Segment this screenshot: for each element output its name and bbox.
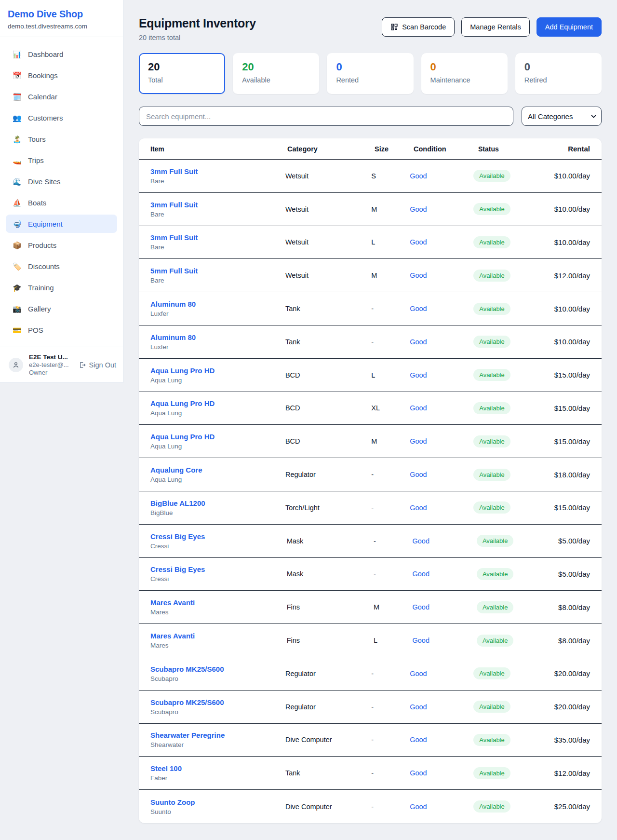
sidebar-item-bookings[interactable]: 📅 Bookings [6, 66, 117, 84]
item-size: - [371, 305, 410, 312]
item-size: M [371, 437, 410, 445]
item-name-link[interactable]: Scubapro MK25/S600 [150, 698, 285, 706]
sidebar-item-training[interactable]: 🎓 Training [6, 278, 117, 297]
item-name-link[interactable]: Aluminum 80 [150, 333, 285, 341]
table-row: Aluminum 80 Luxfer Tank - Good Available… [139, 325, 602, 359]
sidebar-item-gallery[interactable]: 📸 Gallery [6, 299, 117, 318]
search-input[interactable] [139, 107, 513, 126]
sign-out-button[interactable]: Sign Out [79, 361, 116, 369]
item-brand: Mares [150, 609, 287, 616]
item-name-link[interactable]: Suunto Zoop [150, 798, 285, 806]
sidebar-item-customers[interactable]: 👥 Customers [6, 108, 117, 127]
condition-link[interactable]: Good [410, 404, 427, 412]
stat-label: Available [242, 76, 310, 84]
category-select[interactable]: All Categories [522, 107, 602, 126]
condition-link[interactable]: Good [410, 437, 427, 445]
item-name-link[interactable]: Cressi Big Eyes [150, 565, 287, 573]
sidebar-item-boats[interactable]: ⛵ Boats [6, 193, 117, 212]
stat-card-retired[interactable]: 0 Retired [515, 53, 602, 94]
condition-link[interactable]: Good [413, 603, 429, 611]
item-name-link[interactable]: Shearwater Peregrine [150, 731, 285, 739]
user-box: E2E Test U... e2e-tester@... Owner Sign … [0, 347, 123, 382]
condition-link[interactable]: Good [410, 338, 427, 346]
stat-card-rented[interactable]: 0 Rented [327, 53, 413, 94]
condition-link[interactable]: Good [410, 238, 427, 246]
item-rental: $10.00/day [554, 172, 590, 180]
condition-link[interactable]: Good [413, 637, 429, 644]
sidebar-item-dashboard[interactable]: 📊 Dashboard [6, 45, 117, 63]
item-rental: $12.00/day [554, 271, 590, 280]
add-equipment-label: Add Equipment [545, 23, 593, 31]
condition-link[interactable]: Good [410, 736, 427, 744]
brand-domain: demo.test.divestreams.com [8, 23, 115, 30]
item-rental: $5.00/day [558, 570, 590, 578]
col-condition: Condition [414, 145, 478, 153]
item-brand: Bare [150, 211, 285, 218]
item-brand: Scubapro [150, 675, 285, 682]
table-row: Mares Avanti Mares Fins L Good Available… [139, 624, 602, 657]
sidebar-item-tours[interactable]: 🏝️ Tours [6, 130, 117, 148]
item-size: - [371, 504, 410, 512]
item-name-link[interactable]: 3mm Full Suit [150, 201, 285, 209]
item-name-link[interactable]: Cressi Big Eyes [150, 532, 287, 541]
tours-icon: 🏝️ [13, 135, 24, 143]
item-name-link[interactable]: Aqua Lung Pro HD [150, 366, 285, 375]
table-row: 3mm Full Suit Bare Wetsuit S Good Availa… [139, 160, 602, 193]
table-row: 3mm Full Suit Bare Wetsuit M Good Availa… [139, 193, 602, 226]
sidebar-item-dive-sites[interactable]: 🌊 Dive Sites [6, 172, 117, 190]
item-name-link[interactable]: Aqua Lung Pro HD [150, 433, 285, 441]
sidebar-item-equipment[interactable]: 🤿 Equipment [6, 215, 117, 233]
scan-barcode-label: Scan Barcode [402, 23, 446, 31]
condition-link[interactable]: Good [410, 803, 427, 811]
stat-card-total[interactable]: 20 Total [139, 53, 225, 94]
item-name-link[interactable]: Steel 100 [150, 764, 285, 772]
item-rental: $5.00/day [558, 537, 590, 545]
item-name-link[interactable]: Mares Avanti [150, 632, 287, 640]
condition-link[interactable]: Good [410, 670, 427, 677]
condition-link[interactable]: Good [410, 205, 427, 213]
condition-link[interactable]: Good [410, 305, 427, 312]
item-name-link[interactable]: BigBlue AL1200 [150, 499, 285, 507]
status-badge: Available [473, 469, 510, 481]
condition-link[interactable]: Good [410, 769, 427, 777]
item-brand: Aqua Lung [150, 443, 285, 450]
scan-barcode-button[interactable]: Scan Barcode [382, 17, 455, 37]
sidebar-item-pos[interactable]: 💳 POS [6, 321, 117, 339]
item-category: Dive Computer [285, 803, 371, 811]
item-name-link[interactable]: Aqua Lung Pro HD [150, 399, 285, 407]
table-row: Scubapro MK25/S600 Scubapro Regulator - … [139, 691, 602, 724]
sidebar-item-discounts[interactable]: 🏷️ Discounts [6, 257, 117, 275]
condition-link[interactable]: Good [410, 172, 427, 180]
sidebar-item-products[interactable]: 📦 Products [6, 236, 117, 254]
topbar: Equipment Inventory 20 items total [139, 16, 602, 41]
sidebar-item-trips[interactable]: 🚤 Trips [6, 151, 117, 169]
condition-link[interactable]: Good [413, 570, 429, 578]
item-category: BCD [285, 437, 371, 445]
barcode-icon [390, 23, 398, 31]
item-name-link[interactable]: Aluminum 80 [150, 300, 285, 308]
item-size: - [371, 736, 410, 744]
sidebar-item-calendar[interactable]: 🗓️ Calendar [6, 87, 117, 106]
add-equipment-button[interactable]: Add Equipment [537, 17, 602, 37]
condition-link[interactable]: Good [410, 271, 427, 279]
condition-link[interactable]: Good [410, 703, 427, 711]
stat-card-available[interactable]: 20 Available [233, 53, 319, 94]
item-name-link[interactable]: Scubapro MK25/S600 [150, 665, 285, 673]
item-name-link[interactable]: 5mm Full Suit [150, 267, 285, 275]
user-name: E2E Test U... [29, 353, 79, 361]
manage-rentals-button[interactable]: Manage Rentals [461, 17, 530, 37]
table-row: Steel 100 Faber Tank - Good Available $1… [139, 757, 602, 790]
condition-link[interactable]: Good [410, 371, 427, 379]
sign-out-label: Sign Out [89, 361, 116, 369]
title-block: Equipment Inventory 20 items total [139, 16, 256, 41]
item-name-link[interactable]: 3mm Full Suit [150, 233, 285, 242]
stat-card-maintenance[interactable]: 0 Maintenance [421, 53, 508, 94]
item-name-link[interactable]: Aqualung Core [150, 466, 285, 474]
item-category: Wetsuit [285, 271, 371, 279]
sidebar: Demo Dive Shop demo.test.divestreams.com… [0, 0, 123, 383]
condition-link[interactable]: Good [410, 504, 427, 512]
condition-link[interactable]: Good [413, 537, 429, 545]
item-name-link[interactable]: 3mm Full Suit [150, 167, 285, 176]
item-name-link[interactable]: Mares Avanti [150, 598, 287, 607]
condition-link[interactable]: Good [410, 471, 427, 478]
